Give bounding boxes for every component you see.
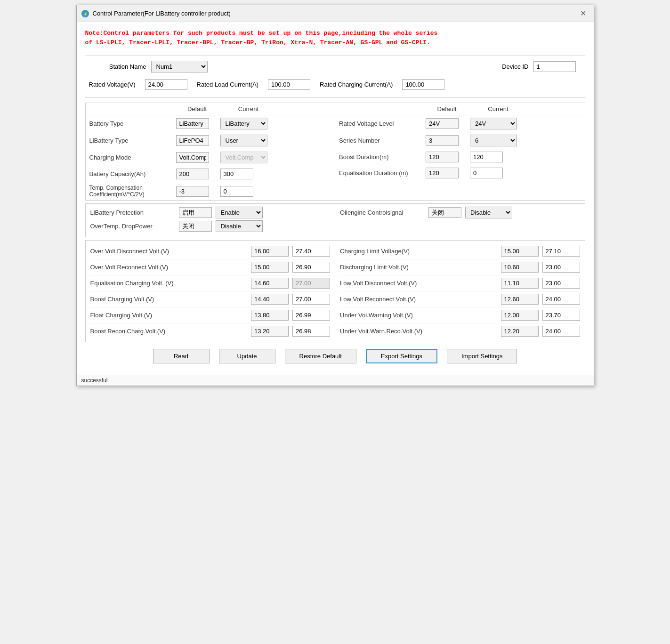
discharging-limit-volt-label: Discharging Limit Volt.(V) bbox=[340, 264, 497, 271]
series-number-row: Series Number 6 3 4 8 bbox=[335, 132, 585, 149]
svg-text:⚡: ⚡ bbox=[82, 11, 88, 17]
overtemp-row: OverTemp. DropPower Disable Enable bbox=[90, 220, 331, 232]
temp-compensation-row: Temp. CompensationCoefficient(mV/°C/2V) bbox=[86, 182, 335, 200]
read-button[interactable]: Read bbox=[153, 349, 210, 363]
rated-voltage-level-label: Rated Voltage Level bbox=[339, 120, 424, 127]
oilengine-default bbox=[428, 207, 461, 218]
oilengine-row: Oilengine Controlsignal Disable Enable bbox=[340, 207, 580, 218]
over-volt-reconnect-row: Over Volt.Reconnect Volt.(V) bbox=[89, 259, 331, 275]
equalisation-charging-volt-row: Equalisation Charging Volt. (V) bbox=[89, 275, 331, 291]
low-volt-disconnect-current[interactable] bbox=[542, 278, 580, 289]
station-row: Station Name Num1 Num2 Num3 Device ID bbox=[85, 61, 585, 72]
station-name-select[interactable]: Num1 Num2 Num3 bbox=[151, 61, 208, 72]
battery-capacity-row: Battery Capacity(Ah) bbox=[86, 166, 335, 182]
device-id-input[interactable] bbox=[533, 61, 576, 72]
over-volt-disconnect-label: Over Volt.Disconnect Volt.(V) bbox=[90, 248, 248, 255]
low-volt-reconnect-current[interactable] bbox=[542, 294, 580, 305]
boost-duration-default bbox=[426, 152, 459, 162]
low-volt-reconnect-default bbox=[501, 294, 539, 305]
rated-load-label: Rated Load Current(A) bbox=[197, 81, 259, 88]
low-volt-disconnect-row: Low Volt.Disconnect Volt.(V) bbox=[339, 275, 581, 291]
float-charging-volt-default bbox=[251, 310, 289, 321]
over-volt-reconnect-label: Over Volt.Reconnect Volt.(V) bbox=[90, 264, 248, 271]
rated-voltage-label: Rated Voltage(V) bbox=[89, 81, 136, 88]
boost-recon-volt-row: Boost Recon.Charg.Volt.(V) bbox=[89, 323, 331, 339]
battery-capacity-label: Battery Capacity(Ah) bbox=[89, 170, 174, 177]
app-icon: ⚡ bbox=[81, 10, 89, 17]
rated-load-input[interactable] bbox=[268, 79, 310, 90]
export-button[interactable]: Export Settings bbox=[366, 349, 437, 363]
battery-type-select[interactable]: LiBattery Lead-Acid bbox=[220, 118, 267, 129]
overtemp-select[interactable]: Disable Enable bbox=[216, 220, 263, 232]
boost-duration-label: Boost Duration(m) bbox=[339, 153, 424, 161]
charging-mode-row: Charging Mode Volt.Comp SOC bbox=[86, 149, 335, 166]
under-vol-warning-current[interactable] bbox=[542, 310, 580, 321]
discharging-limit-volt-row: Discharging Limit Volt.(V) bbox=[339, 259, 581, 275]
temp-comp-default bbox=[176, 186, 209, 197]
device-id-label: Device ID bbox=[502, 63, 533, 70]
station-name-label: Station Name bbox=[95, 63, 151, 70]
under-vol-warning-default bbox=[501, 310, 539, 321]
battery-capacity-current[interactable] bbox=[220, 169, 253, 179]
volt-inner: Over Volt.Disconnect Volt.(V) Over Volt.… bbox=[86, 243, 585, 339]
equalisation-duration-current[interactable] bbox=[470, 168, 503, 178]
left-default-header: Default bbox=[176, 105, 218, 113]
params-left-col: Default Current Battery Type LiBattery L… bbox=[86, 103, 336, 200]
under-volt-warn-reco-row: Under Volt.Warn.Reco.Volt.(V) bbox=[339, 323, 581, 339]
low-volt-disconnect-label: Low Volt.Disconnect Volt.(V) bbox=[340, 280, 497, 287]
status-text: successful bbox=[81, 377, 108, 384]
rated-voltage-level-select[interactable]: 24V 12V 48V bbox=[470, 118, 517, 129]
update-button[interactable]: Update bbox=[219, 349, 275, 363]
charging-limit-volt-row: Charging Limit Voltage(V) bbox=[339, 243, 581, 259]
libattery-protection-select[interactable]: Enable Disable bbox=[216, 207, 263, 218]
low-volt-reconnect-row: Low Volt.Reconnect Volt.(V) bbox=[339, 291, 581, 307]
boost-charging-volt-current[interactable] bbox=[292, 294, 330, 305]
rated-charging-label: Rated Charging Current(A) bbox=[320, 81, 393, 88]
close-button[interactable]: ✕ bbox=[577, 8, 589, 19]
right-current-header: Current bbox=[470, 105, 526, 113]
charging-limit-volt-current[interactable] bbox=[542, 246, 580, 257]
float-charging-volt-row: Float Charging Volt.(V) bbox=[89, 307, 331, 323]
protection-section: LiBattery Protection Enable Disable Over… bbox=[85, 203, 585, 237]
charging-mode-label: Charging Mode bbox=[89, 154, 174, 161]
oilengine-label: Oilengine Controlsignal bbox=[340, 209, 425, 216]
title-bar-left: ⚡ Control Parameter(For LiBattery contro… bbox=[81, 10, 231, 17]
battery-capacity-default bbox=[176, 169, 209, 179]
boost-duration-row: Boost Duration(m) bbox=[335, 149, 585, 165]
note-line1: Note:Control parameters for such product… bbox=[85, 29, 585, 38]
note-line2: of LS-LPLI, Tracer-LPLI, Tracer-BPL, Tra… bbox=[85, 38, 585, 48]
protection-right: Oilengine Controlsignal Disable Enable bbox=[340, 207, 580, 234]
left-current-header: Current bbox=[220, 105, 277, 113]
divider1 bbox=[85, 56, 585, 56]
rated-voltage-input[interactable] bbox=[145, 79, 187, 90]
low-volt-reconnect-label: Low Volt.Reconnect Volt.(V) bbox=[340, 296, 497, 303]
boost-recon-volt-current[interactable] bbox=[292, 326, 330, 337]
boost-duration-current[interactable] bbox=[470, 152, 503, 162]
restore-button[interactable]: Restore Default bbox=[285, 349, 356, 363]
charging-mode-select[interactable]: Volt.Comp SOC bbox=[220, 152, 267, 163]
over-volt-disconnect-current[interactable] bbox=[292, 246, 330, 257]
float-charging-volt-label: Float Charging Volt.(V) bbox=[90, 312, 248, 319]
libattery-type-select[interactable]: User LiFePO4 bbox=[220, 135, 267, 146]
series-number-select[interactable]: 6 3 4 8 bbox=[470, 135, 517, 146]
battery-type-row: Battery Type LiBattery Lead-Acid bbox=[86, 115, 335, 132]
equalisation-charging-volt-default bbox=[251, 278, 289, 289]
over-volt-reconnect-current[interactable] bbox=[292, 262, 330, 273]
under-volt-warn-reco-current[interactable] bbox=[542, 326, 580, 337]
rated-charging-input[interactable] bbox=[402, 79, 444, 90]
boost-recon-volt-default bbox=[251, 326, 289, 337]
import-button[interactable]: Import Settings bbox=[447, 349, 517, 363]
discharging-limit-volt-current[interactable] bbox=[542, 262, 580, 273]
float-charging-volt-current[interactable] bbox=[292, 310, 330, 321]
charging-limit-volt-default bbox=[501, 246, 539, 257]
right-default-header: Default bbox=[426, 105, 468, 113]
battery-type-label: Battery Type bbox=[89, 120, 174, 127]
oilengine-select[interactable]: Disable Enable bbox=[465, 207, 512, 218]
bottom-buttons: Read Update Restore Default Export Setti… bbox=[85, 342, 585, 368]
params-right-col: Default Current Rated Voltage Level 24V … bbox=[335, 103, 585, 200]
rated-voltage-level-default bbox=[426, 118, 459, 129]
overtemp-default bbox=[179, 221, 212, 232]
temp-comp-current[interactable] bbox=[220, 186, 253, 197]
main-window: ⚡ Control Parameter(For LiBattery contro… bbox=[76, 5, 594, 386]
boost-charging-volt-label: Boost Charging Volt.(V) bbox=[90, 296, 248, 303]
